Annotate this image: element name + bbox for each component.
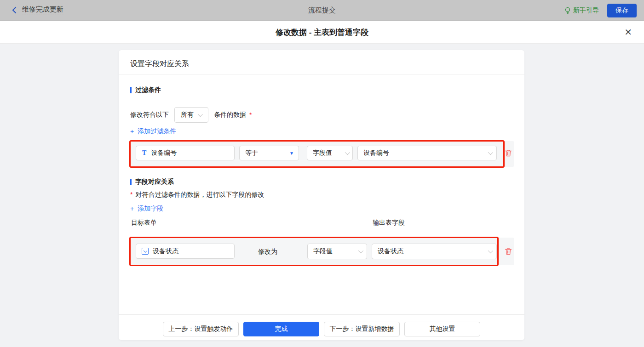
add-filter-condition-link[interactable]: + 添加过滤条件 [130, 127, 176, 136]
add-field-link[interactable]: + 添加字段 [130, 205, 163, 213]
card-title: 设置字段对应关系 [130, 59, 189, 69]
other-settings-button[interactable]: 其他设置 [404, 322, 480, 336]
condition-prefix: 修改符合以下 [130, 111, 169, 119]
modal-header: 修改数据 - 主表到普通字段 ✕ [0, 21, 644, 44]
lightbulb-icon [564, 7, 571, 14]
operator-select[interactable]: 等于 ▼ [239, 146, 299, 160]
chevron-down-icon [488, 248, 493, 253]
finish-button[interactable]: 完成 [243, 322, 319, 336]
plus-icon: + [130, 205, 134, 212]
chevron-down-icon [198, 112, 203, 117]
filter-field-input[interactable]: T 设备编号 [136, 146, 235, 160]
close-icon[interactable]: ✕ [624, 26, 632, 38]
filter-value-field-select[interactable]: 设备编号 [357, 146, 497, 160]
divider [119, 74, 524, 74]
next-step-button[interactable]: 下一步：设置新增数据 [324, 322, 400, 336]
mapping-field-value: 设备状态 [153, 247, 234, 256]
divider [119, 314, 524, 315]
mapping-value-field: 设备状态 [378, 247, 488, 256]
section-accent-bar [130, 87, 132, 93]
modal-body: 设置字段对应关系 过滤条件 修改符合以下 所有 条件的数据 * + 添加过滤条件… [0, 44, 644, 347]
filter-value-type: 字段值 [313, 149, 345, 157]
filter-value-type-select[interactable]: 字段值 [307, 146, 353, 160]
settings-card: 设置字段对应关系 过滤条件 修改符合以下 所有 条件的数据 * + 添加过滤条件… [119, 50, 524, 340]
delete-mapping-row-icon[interactable] [504, 247, 512, 256]
footer-buttons: 上一步：设置触发动作 完成 下一步：设置新增数据 其他设置 [119, 322, 524, 336]
mapping-description: *对符合过滤条件的数据，进行以下字段的修改 [130, 191, 264, 199]
filter-condition-line: 修改符合以下 所有 条件的数据 * [130, 107, 252, 123]
text-field-icon: T [142, 150, 147, 156]
condition-suffix: 条件的数据 [214, 111, 246, 119]
add-filter-label: 添加过滤条件 [138, 127, 176, 136]
page-title: 流程提交 [0, 6, 644, 15]
mapping-field-input[interactable]: 设备状态 [136, 244, 235, 259]
modify-to-label: 修改为 [258, 248, 277, 256]
guide-label: 新手引导 [573, 6, 599, 15]
mapping-section-title: 字段对应关系 [130, 178, 174, 186]
chevron-down-icon [358, 248, 363, 253]
mapping-section-label: 字段对应关系 [135, 178, 174, 186]
required-asterisk: * [249, 111, 252, 119]
section-accent-bar [130, 179, 132, 185]
divider [130, 231, 514, 231]
select-field-icon [142, 248, 149, 255]
chevron-down-icon [488, 150, 493, 155]
plus-icon: + [130, 128, 134, 135]
column-header-output-field: 输出表字段 [373, 219, 405, 227]
caret-down-icon: ▼ [289, 151, 294, 156]
operator-value: 等于 [245, 149, 289, 157]
delete-filter-row-icon[interactable] [504, 149, 512, 157]
add-field-label: 添加字段 [138, 205, 163, 213]
filter-field-value: 设备编号 [151, 149, 234, 157]
mapping-value-field-select[interactable]: 设备状态 [372, 244, 497, 259]
modal-title: 修改数据 - 主表到普通字段 [0, 27, 644, 38]
mapping-value-type-select[interactable]: 字段值 [307, 244, 367, 259]
mapping-description-text: 对符合过滤条件的数据，进行以下字段的修改 [135, 191, 264, 198]
top-bar: 维修完成更新 流程提交 新手引导 保存 [0, 0, 644, 21]
save-button[interactable]: 保存 [607, 4, 637, 17]
beginner-guide-link[interactable]: 新手引导 [564, 6, 599, 15]
filter-section-title: 过滤条件 [130, 86, 161, 94]
prev-step-button[interactable]: 上一步：设置触发动作 [163, 322, 239, 336]
match-mode-value: 所有 [181, 111, 194, 119]
required-asterisk: * [130, 191, 132, 198]
filter-section-label: 过滤条件 [135, 86, 161, 94]
mapping-value-type: 字段值 [313, 247, 358, 256]
match-mode-select[interactable]: 所有 [174, 107, 208, 123]
column-header-target-form: 目标表单 [131, 219, 157, 227]
chevron-down-icon [345, 150, 350, 155]
filter-value-field: 设备编号 [363, 149, 488, 157]
